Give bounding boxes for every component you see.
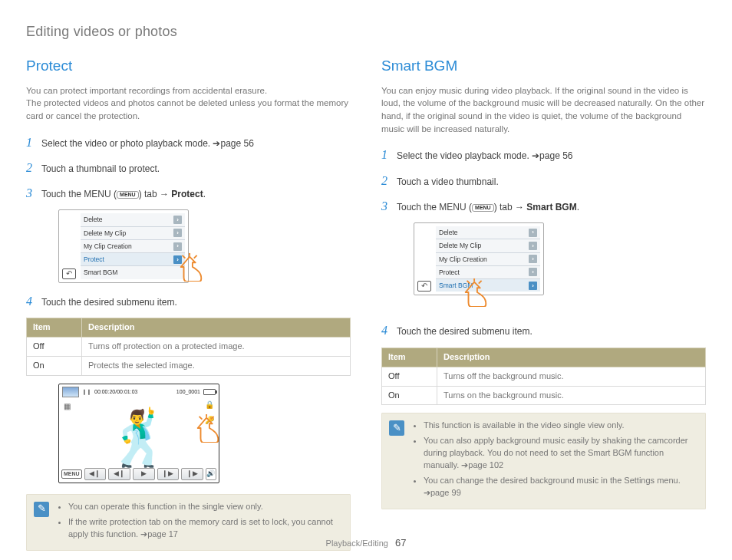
- back-icon[interactable]: ↶: [62, 268, 76, 279]
- td-on-val: Turns on the background music.: [437, 386, 706, 405]
- menu-item-delete-my-clip[interactable]: Delete My Clip›: [436, 239, 540, 252]
- smartbgm-note-box: ✎ This function is available in the vide…: [381, 413, 706, 509]
- thumbnail-icon: [62, 387, 79, 397]
- menu-label: Delete My Clip: [439, 241, 481, 250]
- menu-item-my-clip-creation[interactable]: My Clip Creation›: [81, 240, 185, 253]
- touch-hand-icon: [176, 252, 206, 291]
- td-off-key: Off: [27, 337, 82, 356]
- info-icon: ✎: [389, 420, 404, 436]
- menu-label: Delete: [439, 228, 458, 237]
- menu-item-delete[interactable]: Delete›: [436, 226, 540, 239]
- menu-item-delete-my-clip[interactable]: Delete My Clip›: [81, 227, 185, 240]
- page-footer: Playback/Editing 67: [0, 536, 732, 551]
- dancer-silhouette: 🕺: [106, 400, 173, 478]
- th-item: Item: [27, 318, 82, 337]
- menu-icon: MENU: [472, 204, 494, 212]
- chevron-right-icon: ›: [529, 255, 537, 263]
- menu-item-delete[interactable]: Delete›: [81, 213, 185, 226]
- protect-note1: You can operate this function in the sin…: [68, 501, 342, 513]
- step-number: 2: [381, 172, 391, 189]
- smartbgm-note3: You can change the desired background mu…: [424, 475, 697, 499]
- menu-label: Protect: [84, 255, 104, 264]
- touch-hand-icon: [461, 278, 490, 316]
- smartbgm-note1: This function is available in the video …: [424, 420, 697, 432]
- touch-hand-icon: [193, 413, 219, 452]
- text: .: [203, 189, 206, 199]
- menu-label: Delete: [84, 215, 103, 224]
- protect-step4: Touch the desired submenu item.: [41, 296, 177, 309]
- step-number: 1: [381, 146, 391, 163]
- lock-icon: 🔒: [205, 400, 214, 411]
- smartbgm-step1: Select the video playback mode. ➔page 56: [397, 150, 572, 163]
- next-track-button[interactable]: ❙▶: [181, 468, 203, 480]
- back-icon[interactable]: ↶: [417, 281, 431, 292]
- menu-item-my-clip-creation[interactable]: My Clip Creation›: [436, 253, 540, 266]
- menu-item-smart-bgm[interactable]: Smart BGM: [81, 266, 185, 278]
- smartbgm-intro: You can enjoy music during video playbac…: [381, 84, 706, 136]
- grid-icon: ▦: [64, 401, 71, 413]
- step-number: 1: [26, 133, 35, 151]
- smartbgm-heading: Smart BGM: [381, 55, 706, 77]
- text: ) tab →: [494, 202, 527, 212]
- td-off-val: Turns off the background music.: [437, 367, 706, 386]
- step-number: 2: [26, 159, 35, 176]
- td-on-val: Protects the selected image.: [82, 356, 351, 375]
- menu-item-protect[interactable]: Protect›: [81, 253, 185, 266]
- text: Touch the MENU (: [41, 189, 117, 199]
- protect-heading: Protect: [26, 55, 351, 77]
- footer-chapter: Playback/Editing: [326, 539, 388, 548]
- pause-icon: ❙❙: [82, 388, 91, 396]
- step-number: 3: [26, 184, 35, 202]
- protect-intro-line2: The protected videos and photos cannot b…: [26, 98, 348, 120]
- chevron-right-icon: ›: [173, 216, 182, 224]
- protect-intro-line1: You can protect important recordings fro…: [26, 86, 267, 95]
- volume-button[interactable]: 🔊: [206, 468, 216, 480]
- th-desc: Description: [437, 348, 706, 367]
- menu-label: My Clip Creation: [84, 242, 132, 251]
- chevron-right-icon: ›: [173, 229, 182, 237]
- prev-track-button[interactable]: ◀❙: [84, 468, 107, 480]
- protect-intro: You can protect important recordings fro…: [26, 84, 351, 123]
- step-number: 4: [381, 321, 391, 339]
- smartbgm-target: Smart BGM: [526, 202, 576, 212]
- menu-label: Delete My Clip: [84, 229, 126, 238]
- section-smart-bgm: Smart BGM You can enjoy music during vid…: [381, 55, 706, 551]
- chevron-right-icon: ›: [529, 242, 537, 250]
- smartbgm-menu-figure: ↶ Delete› Delete My Clip› My Clip Creati…: [414, 222, 544, 296]
- menu-label: Smart BGM: [84, 268, 117, 277]
- chevron-right-icon: ›: [529, 229, 537, 237]
- step-number: 3: [381, 197, 391, 215]
- th-desc: Description: [82, 318, 351, 337]
- playback-time: 00:00:20/00:01:03: [94, 388, 137, 396]
- page-title: Editing videos or photos: [26, 21, 706, 41]
- step-forward-button[interactable]: ❙▶: [157, 468, 180, 480]
- menu-label: My Clip Creation: [439, 255, 487, 264]
- text: ) tab →: [139, 189, 172, 199]
- th-item: Item: [382, 348, 437, 367]
- menu-button[interactable]: MENU: [61, 469, 82, 479]
- protect-table: ItemDescription OffTurns off protection …: [26, 318, 351, 376]
- protect-step2: Touch a thumbnail to protect.: [41, 163, 160, 176]
- smartbgm-step4: Touch the desired submenu item.: [397, 325, 533, 338]
- menu-label: Protect: [439, 268, 460, 277]
- td-off-key: Off: [382, 367, 437, 386]
- text: .: [577, 202, 579, 212]
- protect-step3: Touch the MENU (MENU) tab → Protect.: [41, 188, 206, 201]
- text: Touch the MENU (: [397, 202, 472, 212]
- section-protect: Protect You can protect important record…: [26, 55, 351, 551]
- td-on-key: On: [382, 386, 437, 405]
- protect-menu-figure: ↶ Delete› Delete My Clip› My Clip Creati…: [58, 209, 189, 283]
- playback-figure: ❙❙ 00:00:20/00:01:03 100_0001 ▦ 🕺 🔒 🔑 ME…: [58, 384, 219, 483]
- play-button[interactable]: ▶: [133, 468, 155, 480]
- smartbgm-note2: You can also apply background music easi…: [424, 435, 697, 472]
- smartbgm-step2: Touch a video thumbnail.: [397, 176, 499, 189]
- info-icon: ✎: [34, 502, 49, 517]
- menu-icon: MENU: [117, 191, 139, 199]
- protect-target: Protect: [171, 189, 203, 199]
- chevron-right-icon: ›: [173, 242, 182, 251]
- step-back-button[interactable]: ◀❙: [108, 468, 130, 480]
- page-number: 67: [395, 537, 406, 548]
- smartbgm-table: ItemDescription OffTurns off the backgro…: [381, 348, 706, 406]
- chevron-right-icon: ›: [529, 282, 537, 290]
- protect-step1: Select the video or photo playback mode.…: [41, 137, 254, 150]
